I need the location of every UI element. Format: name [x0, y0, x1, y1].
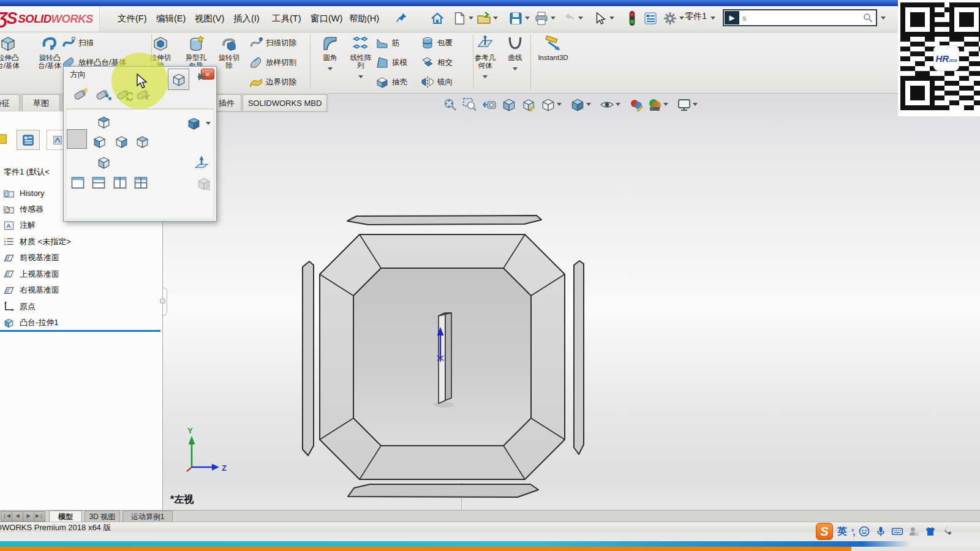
- hide-show-icon-caret[interactable]: [616, 103, 620, 106]
- rollback-bar[interactable]: [0, 330, 160, 332]
- menu-2[interactable]: 视图(V): [191, 10, 228, 26]
- user-wordlib-icon[interactable]: [908, 525, 920, 538]
- undo-icon[interactable]: [560, 9, 578, 28]
- cm-button-curve[interactable]: 曲线: [502, 33, 528, 73]
- single-view[interactable]: [71, 177, 85, 189]
- cm-button-reference-geometry[interactable]: 参考几 何体: [469, 33, 501, 81]
- ime-punctuation-toggle[interactable]: ’,: [851, 527, 854, 537]
- home-icon[interactable]: [429, 9, 446, 28]
- fillet-caret[interactable]: [328, 67, 333, 70]
- search-icon[interactable]: [862, 12, 873, 23]
- tab-SOLIDWORKS MBD[interactable]: SOLIDWORKS MBD: [243, 94, 327, 111]
- soft-keyboard-icon[interactable]: [891, 525, 903, 538]
- save-icon[interactable]: [507, 9, 524, 28]
- search-box[interactable]: ▶ s: [723, 9, 877, 26]
- doc-tab-运动算例1[interactable]: 运动算例1: [123, 511, 173, 522]
- skin-icon[interactable]: [924, 525, 937, 538]
- sketch-3d-icon[interactable]: [521, 97, 537, 113]
- traffic-light-icon[interactable]: [624, 9, 641, 28]
- print-icon-caret[interactable]: [551, 17, 556, 20]
- view-top-view[interactable]: [96, 114, 111, 130]
- cm-button-sweep-cut[interactable]: 扫描切除: [249, 34, 296, 51]
- apply-scene-icon-caret[interactable]: [663, 103, 668, 106]
- cm-button-linear-pattern[interactable]: 线性阵 列: [347, 33, 375, 81]
- view-settings-icon[interactable]: [676, 97, 692, 113]
- view-right-view[interactable]: [114, 134, 129, 149]
- feature-manager-tree-tab[interactable]: [17, 130, 40, 150]
- reference-geometry-caret[interactable]: [483, 75, 488, 78]
- ime-language-toggle[interactable]: 英: [837, 525, 847, 538]
- apply-scene-icon[interactable]: [647, 97, 663, 113]
- tab-scroll-2[interactable]: ▶: [23, 511, 34, 522]
- view-settings-icon-caret[interactable]: [693, 103, 698, 106]
- menu-0[interactable]: 文件(F): [114, 10, 151, 26]
- menu-1[interactable]: 编辑(E): [153, 10, 189, 26]
- isometric-caret[interactable]: [206, 122, 211, 125]
- cm-button-revolve-cut[interactable]: 旋转切 除: [214, 33, 244, 70]
- menu-4[interactable]: 工具(T): [268, 10, 305, 26]
- menu-6[interactable]: 帮助(H): [345, 10, 383, 26]
- feature-manager-hidden-tab[interactable]: [0, 131, 9, 147]
- undo-icon-caret[interactable]: [578, 17, 583, 20]
- cm-button-shell[interactable]: 抽壳: [375, 73, 407, 91]
- graphics-viewport[interactable]: [162, 93, 980, 510]
- tree-item-前视基准面[interactable]: 前视基准面: [3, 250, 59, 265]
- options-gear-icon[interactable]: [662, 9, 679, 28]
- tab-scroll-1[interactable]: ◀: [12, 511, 23, 522]
- save-icon-caret[interactable]: [525, 17, 530, 20]
- new-document-icon-caret[interactable]: [469, 17, 473, 20]
- menu-5[interactable]: 窗口(W): [307, 10, 346, 26]
- doc-tab-3D 视图[interactable]: 3D 视图: [85, 511, 120, 522]
- toolbox-icon[interactable]: [941, 525, 953, 538]
- section-view-icon[interactable]: [501, 97, 517, 113]
- tree-item-原点[interactable]: 原点: [3, 299, 36, 314]
- tree-item-注解[interactable]: A注解: [3, 218, 36, 233]
- menu-3[interactable]: 插入(I): [230, 10, 263, 26]
- curve-caret[interactable]: [513, 67, 518, 70]
- tree-item-上视基准面[interactable]: 上视基准面: [3, 267, 59, 282]
- zoom-fit-icon[interactable]: [442, 97, 458, 113]
- view-selector-toggle[interactable]: [168, 69, 189, 90]
- cm-button-sweep[interactable]: 扫描: [61, 34, 94, 51]
- view-bottom-view[interactable]: [96, 155, 111, 170]
- cm-button-intersect[interactable]: 相交: [420, 54, 453, 71]
- view-orientation-icon[interactable]: [540, 97, 556, 113]
- new-view-icon[interactable]: [73, 85, 90, 102]
- print-icon[interactable]: [533, 9, 550, 28]
- properties-list-icon[interactable]: [642, 9, 659, 28]
- cm-button-instant3d[interactable]: Instant3D: [533, 33, 573, 62]
- tree-item-传感器[interactable]: 传感器: [3, 202, 43, 217]
- search-input[interactable]: s: [739, 13, 862, 23]
- active-document-label[interactable]: 零件1: [685, 11, 707, 22]
- open-icon[interactable]: [475, 9, 492, 28]
- update-views-icon[interactable]: [95, 85, 112, 102]
- voice-input-icon[interactable]: [875, 525, 887, 538]
- cm-button-boundary-cut[interactable]: 边界切除: [249, 73, 296, 91]
- display-style-icon[interactable]: [570, 97, 586, 113]
- two-view-vertical[interactable]: [113, 177, 127, 189]
- cm-button-rib[interactable]: 筋: [375, 34, 400, 51]
- view-back-view[interactable]: [135, 134, 150, 149]
- tree-item-History[interactable]: History: [3, 186, 44, 200]
- doc-tab-模型[interactable]: 模型: [49, 511, 82, 522]
- cm-button-draft[interactable]: 拔模: [375, 54, 407, 71]
- two-view-horizontal[interactable]: [92, 177, 105, 189]
- linear-pattern-caret[interactable]: [358, 75, 363, 78]
- search-dropdown-caret[interactable]: [881, 17, 886, 20]
- cm-button-hole-wizard[interactable]: 异型孔 向导: [181, 33, 211, 70]
- search-command-icon[interactable]: ▶: [725, 11, 739, 24]
- cm-button-wrap[interactable]: 包覆: [420, 34, 453, 51]
- new-document-icon[interactable]: [451, 9, 468, 28]
- cm-button-fillet[interactable]: 圆角: [316, 33, 344, 73]
- cm-button-mirror[interactable]: 镜向: [420, 73, 453, 91]
- normal-to-view[interactable]: [194, 154, 209, 171]
- tree-item-材质 <未指定>[interactable]: 材质 <未指定>: [3, 234, 71, 249]
- tab-特征[interactable]: 特征: [0, 94, 20, 111]
- view-front-view[interactable]: [92, 134, 107, 149]
- emoji-icon[interactable]: [858, 525, 870, 538]
- pin-dialog-icon[interactable]: [194, 72, 207, 88]
- zoom-area-icon[interactable]: [462, 97, 478, 113]
- view-orientation-icon-caret[interactable]: [557, 103, 562, 106]
- tree-item-凸台-拉伸1[interactable]: 凸台-拉伸1: [3, 315, 59, 330]
- open-icon-caret[interactable]: [493, 17, 498, 20]
